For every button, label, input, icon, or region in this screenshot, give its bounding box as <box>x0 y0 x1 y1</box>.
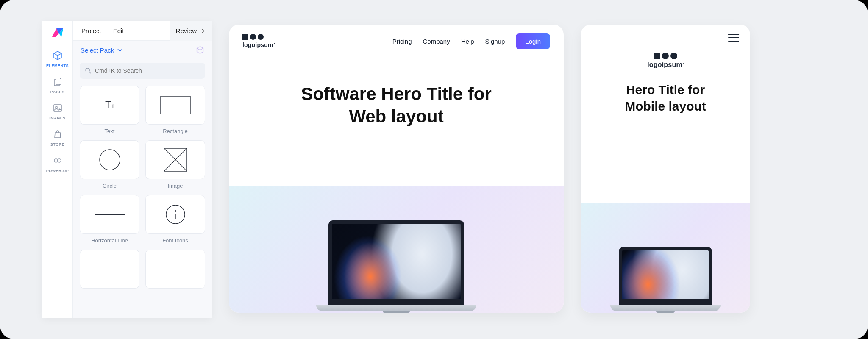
rail-powerup[interactable]: POWER-UP <box>42 151 73 175</box>
text-glyph-icon: Tt <box>105 99 114 111</box>
tile-label: Text <box>105 128 115 134</box>
info-circle-icon <box>165 204 186 225</box>
chevron-down-icon <box>117 49 122 52</box>
pack-row: Select Pack <box>73 41 212 61</box>
logo-text: logoipsum <box>647 61 684 69</box>
element-grid: Tt Text Rectangle Circle Image Hor <box>73 84 212 290</box>
menu-review[interactable]: Review <box>170 21 212 41</box>
app-logo[interactable] <box>50 25 65 41</box>
web-topbar: logoipsum Pricing Company Help Signup Lo… <box>229 25 564 58</box>
infinity-icon <box>52 155 63 166</box>
menu-review-label: Review <box>176 27 197 34</box>
rail-label: IMAGES <box>49 116 66 120</box>
web-preview-card: logoipsum Pricing Company Help Signup Lo… <box>229 25 564 313</box>
tile-label: Font Icons <box>162 237 188 244</box>
tile-label: Horizontal Line <box>91 237 128 244</box>
tile-fonticons-box[interactable] <box>145 195 205 234</box>
bag-icon <box>52 129 63 140</box>
tile-text: Tt Text <box>80 86 139 134</box>
menu-edit[interactable]: Edit <box>107 21 130 41</box>
tile-hline: Horizontal Line <box>80 195 139 244</box>
laptop-mock <box>328 220 464 313</box>
rail-label: ELEMENTS <box>46 64 69 68</box>
pack-cube-icon[interactable] <box>196 46 204 56</box>
cube-icon <box>52 50 63 61</box>
image-icon <box>52 103 63 114</box>
laptop-mock <box>619 247 712 313</box>
svg-point-2 <box>54 159 58 162</box>
chevron-right-icon <box>201 28 204 33</box>
logo-shapes-icon <box>654 53 677 59</box>
rectangle-icon <box>160 96 191 114</box>
tile-hline-box[interactable] <box>80 195 139 234</box>
search-box[interactable] <box>80 63 205 79</box>
select-pack-dropdown[interactable]: Select Pack <box>81 47 122 55</box>
select-pack-label: Select Pack <box>81 47 114 54</box>
panel-menubar: Project Edit Review <box>73 21 212 41</box>
tile-extra-2 <box>145 250 205 289</box>
hamburger-menu-icon[interactable] <box>728 34 739 42</box>
rail-images[interactable]: IMAGES <box>42 98 73 123</box>
circle-icon <box>99 149 121 171</box>
pages-icon <box>52 76 63 87</box>
nav-company[interactable]: Company <box>423 38 450 45</box>
mobile-preview-card: logoipsum Hero Title for Mobile layout <box>581 25 750 313</box>
rail-elements[interactable]: ELEMENTS <box>42 46 73 70</box>
svg-rect-0 <box>54 105 61 111</box>
tile-label: Rectangle <box>163 128 188 134</box>
svg-point-3 <box>58 159 61 162</box>
search-icon <box>85 67 92 74</box>
svg-point-4 <box>86 68 89 72</box>
tile-image: Image <box>145 140 205 189</box>
logo-text: logoipsum <box>242 42 275 48</box>
rail-label: PAGES <box>50 90 64 94</box>
hline-icon <box>95 214 125 215</box>
nav-help[interactable]: Help <box>461 38 474 45</box>
tile-rectangle-box[interactable] <box>145 86 205 125</box>
svg-point-6 <box>100 150 120 170</box>
image-placeholder-icon <box>164 148 187 172</box>
tile-extra-box[interactable] <box>145 250 205 289</box>
tile-circle: Circle <box>80 140 139 189</box>
mobile-topbar <box>581 25 750 50</box>
tile-extra-1 <box>80 250 139 289</box>
web-logo[interactable]: logoipsum <box>242 34 275 48</box>
nav-pricing[interactable]: Pricing <box>392 38 412 45</box>
rail-store[interactable]: STORE <box>42 125 73 149</box>
editor-panel: ELEMENTS PAGES IMAGES STORE POWER-UP Pro… <box>42 21 212 318</box>
app-stage: ELEMENTS PAGES IMAGES STORE POWER-UP Pro… <box>0 0 868 339</box>
tile-rectangle: Rectangle <box>145 86 205 134</box>
tile-label: Image <box>167 183 183 189</box>
search-input[interactable] <box>95 67 200 74</box>
tile-fonticons: Font Icons <box>145 195 205 244</box>
elements-panel: Project Edit Review Select Pack <box>73 21 212 318</box>
preview-area: logoipsum Pricing Company Help Signup Lo… <box>229 21 843 318</box>
mobile-logo-wrap: logoipsum <box>581 53 750 69</box>
tool-rail: ELEMENTS PAGES IMAGES STORE POWER-UP <box>42 21 73 318</box>
nav-signup[interactable]: Signup <box>485 38 505 45</box>
rail-label: POWER-UP <box>46 169 69 173</box>
tile-text-box[interactable]: Tt <box>80 86 139 125</box>
svg-rect-5 <box>161 96 190 114</box>
mobile-hero-title: Hero Title for Mobile layout <box>581 69 750 114</box>
web-hero-image <box>229 186 564 313</box>
tile-image-box[interactable] <box>145 140 205 179</box>
tile-label: Circle <box>103 183 117 189</box>
web-hero-title: Software Hero Title for Web layout <box>229 58 564 128</box>
menu-project[interactable]: Project <box>73 21 107 41</box>
svg-point-10 <box>175 211 175 211</box>
logo-shapes-icon <box>242 34 275 40</box>
rail-label: STORE <box>50 142 64 147</box>
mobile-hero-image <box>581 203 750 313</box>
rail-pages[interactable]: PAGES <box>42 72 73 97</box>
tile-extra-box[interactable] <box>80 250 139 289</box>
tile-circle-box[interactable] <box>80 140 139 179</box>
login-button[interactable]: Login <box>516 33 550 49</box>
mobile-logo[interactable]: logoipsum <box>647 53 684 69</box>
